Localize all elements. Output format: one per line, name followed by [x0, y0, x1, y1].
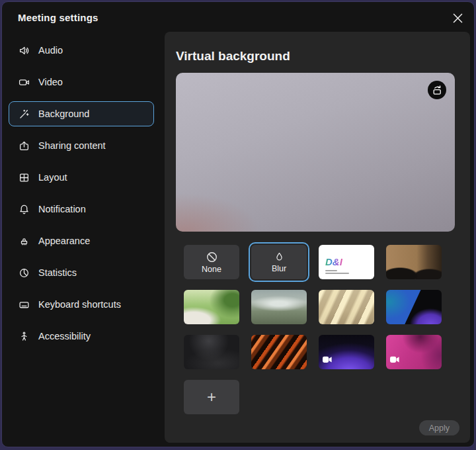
apply-button[interactable]: Apply	[419, 420, 459, 435]
flip-camera-icon	[431, 84, 443, 96]
video-camera-icon	[19, 77, 30, 88]
share-content-icon	[19, 140, 30, 152]
sidebar-item-sharing-content[interactable]: Sharing content	[9, 133, 154, 158]
dni-logo-text: D&I	[325, 257, 342, 267]
background-option-blur[interactable]: Blur	[251, 245, 307, 279]
add-background-button[interactable]: +	[184, 380, 239, 414]
background-thumbnail-living-room[interactable]	[184, 290, 239, 324]
background-tiles-grid: None Blur D&I	[184, 245, 459, 414]
virtual-background-panel: Virtual background None Blur D&I	[165, 32, 470, 443]
layout-grid-icon	[19, 172, 30, 183]
sidebar-item-label: Notification	[38, 204, 86, 214]
blur-droplet-icon	[274, 251, 285, 263]
sidebar-item-label: Appearance	[38, 236, 90, 246]
background-thumbnail-blurred-mountains[interactable]	[251, 290, 307, 324]
background-thumbnail-purple-gradient-video[interactable]	[319, 335, 374, 369]
sidebar-item-label: Statistics	[38, 267, 77, 278]
sidebar-item-label: Accessibility	[38, 331, 91, 341]
sidebar-item-label: Background	[38, 109, 89, 119]
none-prohibited-icon	[206, 251, 218, 263]
close-button[interactable]	[450, 11, 465, 25]
plus-icon: +	[207, 389, 216, 405]
background-thumbnail-window-light[interactable]	[319, 290, 374, 324]
sidebar-item-keyboard-shortcuts[interactable]: Keyboard shortcuts	[9, 292, 154, 317]
sidebar-item-video[interactable]: Video	[9, 69, 154, 95]
background-thumbnail-lava-texture[interactable]	[251, 335, 307, 369]
dialog-title: Meeting settings	[18, 12, 99, 23]
flip-camera-button[interactable]	[428, 81, 446, 99]
camera-badge-icon	[390, 356, 399, 363]
sidebar-item-appearance[interactable]: Appearance	[9, 228, 154, 253]
close-icon	[453, 13, 463, 23]
camera-badge-icon	[323, 356, 332, 363]
camera-preview	[176, 73, 455, 232]
sidebar-item-audio[interactable]: Audio	[9, 38, 154, 63]
meeting-settings-dialog: Meeting settings Audio Video Background …	[1, 1, 475, 447]
background-thumbnail-pink-waves-video[interactable]	[386, 335, 442, 369]
background-thumbnail-dni-logo[interactable]: D&I	[319, 245, 374, 279]
speaker-icon	[19, 45, 30, 56]
sidebar-item-label: Layout	[38, 172, 67, 183]
sidebar-item-layout[interactable]: Layout	[9, 165, 154, 190]
dni-caption-lines	[325, 270, 374, 274]
sidebar-item-label: Audio	[38, 45, 63, 56]
tile-label: Blur	[272, 264, 286, 273]
paintbrush-icon	[19, 236, 30, 247]
background-thumbnail-abstract-blue-purple[interactable]	[386, 290, 442, 324]
background-option-none[interactable]: None	[184, 245, 239, 279]
sidebar-item-label: Video	[38, 77, 63, 87]
sidebar-item-background[interactable]: Background	[9, 101, 154, 126]
background-thumbnail-dark-swirl[interactable]	[184, 335, 239, 369]
magic-wand-icon	[19, 109, 30, 120]
bell-icon	[19, 204, 30, 215]
sidebar-item-label: Sharing content	[38, 140, 106, 151]
sidebar: Audio Video Background Sharing content L…	[9, 38, 154, 355]
sidebar-item-label: Keyboard shortcuts	[38, 299, 121, 310]
sidebar-item-accessibility[interactable]: Accessibility	[9, 324, 154, 349]
accessibility-icon	[19, 331, 30, 342]
panel-heading: Virtual background	[176, 49, 459, 64]
keyboard-icon	[19, 299, 30, 310]
sidebar-item-statistics[interactable]: Statistics	[9, 260, 154, 285]
tile-label: None	[202, 265, 221, 274]
background-thumbnail-office-room[interactable]	[386, 245, 442, 279]
sidebar-item-notification[interactable]: Notification	[9, 197, 154, 222]
pie-chart-icon	[19, 267, 30, 279]
